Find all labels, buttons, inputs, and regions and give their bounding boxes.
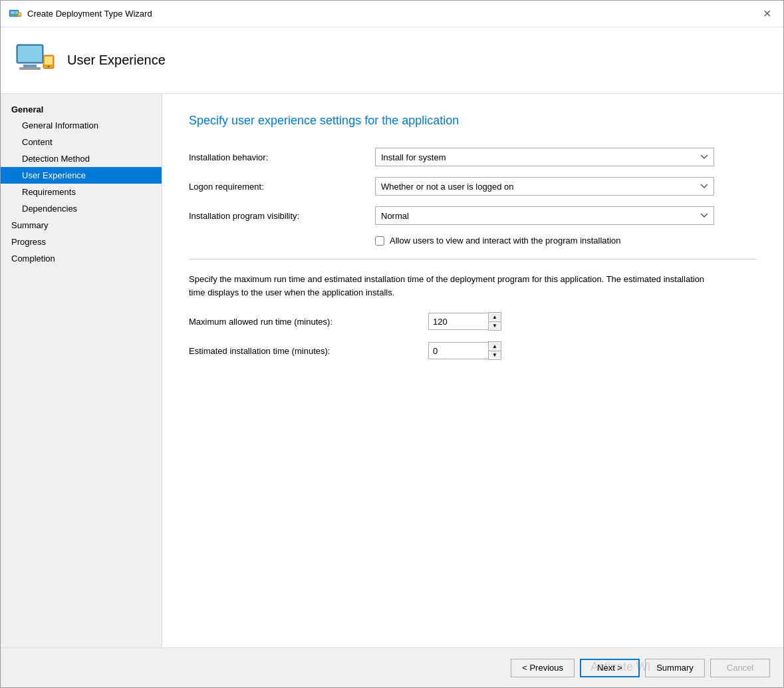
svg-rect-1 (11, 11, 15, 14)
sidebar-item-summary[interactable]: Summary (1, 217, 162, 234)
allow-users-label[interactable]: Allow users to view and interact with th… (390, 236, 621, 246)
header-title: User Experience (67, 53, 166, 68)
estimated-time-input[interactable]: 0 (428, 342, 488, 359)
installation-behavior-control: Install for system Install for user Inst… (375, 148, 714, 166)
sidebar: General General Information Content Dete… (1, 94, 162, 647)
max-run-time-down-button[interactable]: ▼ (489, 321, 501, 330)
logon-requirement-select[interactable]: Whether or not a user is logged on Only … (375, 177, 714, 196)
main-content: General General Information Content Dete… (1, 94, 783, 647)
sidebar-item-detection-method[interactable]: Detection Method (1, 150, 162, 167)
visibility-label: Installation program visibility: (189, 211, 375, 221)
wizard-window: Create Deployment Type Wizard ✕ User Exp… (0, 0, 784, 688)
window-title: Create Deployment Type Wizard (27, 9, 152, 19)
max-run-time-row: Maximum allowed run time (minutes): 120 … (189, 312, 757, 331)
cancel-button[interactable]: Cancel (710, 659, 770, 677)
estimated-time-spinbox: 0 ▲ ▼ (428, 341, 501, 360)
max-run-time-label: Maximum allowed run time (minutes): (189, 317, 428, 327)
app-icon (9, 7, 22, 21)
sidebar-item-content[interactable]: Content (1, 134, 162, 150)
svg-rect-8 (23, 65, 37, 67)
computer-icon (14, 39, 57, 82)
max-run-time-buttons: ▲ ▼ (488, 312, 501, 331)
sidebar-item-requirements[interactable]: Requirements (1, 184, 162, 200)
logon-requirement-row: Logon requirement: Whether or not a user… (189, 177, 757, 196)
previous-button[interactable]: < Previous (511, 659, 575, 677)
page-title: Specify user experience settings for the… (189, 114, 757, 128)
description-text: Specify the maximum run time and estimat… (189, 273, 708, 299)
close-button[interactable]: ✕ (759, 6, 775, 21)
svg-rect-7 (18, 46, 42, 62)
sidebar-item-dependencies[interactable]: Dependencies (1, 200, 162, 217)
svg-rect-5 (19, 13, 21, 15)
installation-behavior-select[interactable]: Install for system Install for user Inst… (375, 148, 714, 166)
sidebar-item-general-information[interactable]: General Information (1, 117, 162, 134)
sidebar-item-completion[interactable]: Completion (1, 250, 162, 267)
sidebar-item-progress[interactable]: Progress (1, 234, 162, 250)
estimated-time-row: Estimated installation time (minutes): 0… (189, 341, 757, 360)
title-bar-left: Create Deployment Type Wizard (9, 7, 152, 21)
svg-rect-9 (19, 67, 41, 70)
title-bar: Create Deployment Type Wizard ✕ (1, 1, 783, 27)
footer: Activate Wi < Previous Next > Summary Ca… (1, 647, 783, 687)
visibility-select[interactable]: Normal Hidden Minimized Maximized (375, 206, 714, 225)
max-run-time-up-button[interactable]: ▲ (489, 313, 501, 321)
sidebar-section-general: General (1, 102, 162, 117)
svg-point-12 (48, 65, 50, 67)
estimated-time-down-button[interactable]: ▼ (489, 351, 501, 359)
sidebar-item-user-experience[interactable]: User Experience (1, 167, 162, 184)
summary-button[interactable]: Summary (645, 659, 705, 677)
svg-rect-11 (45, 57, 53, 65)
svg-rect-2 (15, 11, 18, 14)
visibility-control: Normal Hidden Minimized Maximized (375, 206, 714, 225)
next-button[interactable]: Next > (580, 659, 640, 677)
wizard-header: User Experience (1, 27, 783, 94)
max-run-time-spinbox: 120 ▲ ▼ (428, 312, 501, 331)
estimated-time-buttons: ▲ ▼ (488, 341, 501, 360)
content-area: Specify user experience settings for the… (162, 94, 783, 647)
svg-rect-3 (11, 15, 18, 16)
logon-requirement-label: Logon requirement: (189, 182, 375, 192)
logon-requirement-control: Whether or not a user is logged on Only … (375, 177, 714, 196)
installation-behavior-row: Installation behavior: Install for syste… (189, 148, 757, 166)
allow-users-checkbox[interactable] (375, 236, 384, 246)
visibility-row: Installation program visibility: Normal … (189, 206, 757, 225)
divider (189, 259, 757, 259)
dropdown-section: Installation behavior: Install for syste… (189, 148, 757, 246)
estimated-time-label: Estimated installation time (minutes): (189, 346, 428, 356)
installation-behavior-label: Installation behavior: (189, 152, 375, 162)
allow-users-checkbox-row: Allow users to view and interact with th… (375, 236, 757, 246)
estimated-time-up-button[interactable]: ▲ (489, 342, 501, 351)
max-run-time-input[interactable]: 120 (428, 313, 488, 330)
